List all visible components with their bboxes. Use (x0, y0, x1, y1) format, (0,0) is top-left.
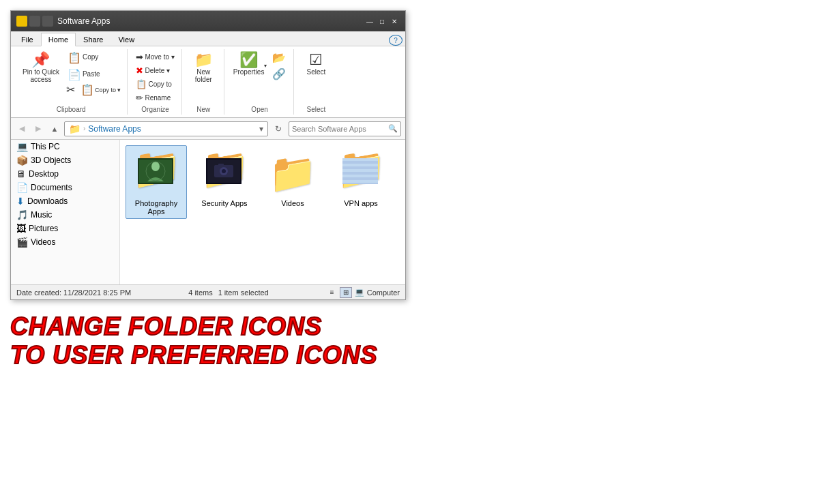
copy-to-label: Copy to (148, 80, 171, 88)
up-button[interactable]: ▲ (48, 122, 61, 136)
address-box[interactable]: 📁 › Software Apps ▾ (64, 121, 268, 136)
back-button[interactable]: ◀ (15, 122, 29, 136)
search-icon: 🔍 (388, 124, 398, 133)
music-icon: 🎵 (16, 209, 28, 220)
ribbon-tabs: File Home Share View ? (11, 31, 405, 46)
tab-share[interactable]: Share (76, 33, 111, 46)
pin-to-quick-access-button[interactable]: 📌 Pin to Quickaccess (19, 50, 63, 85)
new-label: New (196, 104, 210, 113)
view-large-icons-button[interactable]: ⊞ (340, 287, 352, 298)
videos-label: Videos (281, 199, 304, 207)
folder-videos[interactable]: 📁 Videos (262, 145, 323, 219)
status-left: Date created: 11/28/2021 8:25 PM (16, 288, 131, 297)
svg-rect-15 (342, 180, 378, 183)
status-bar: Date created: 11/28/2021 8:25 PM 4 items… (11, 284, 405, 299)
folder-security-apps[interactable]: 📁 Security Apps (194, 145, 255, 219)
sidebar-item-music[interactable]: 🎵 Music (11, 208, 119, 222)
sidebar-item-downloads[interactable]: ⬇ Downloads (11, 194, 119, 208)
bottom-line1: CHANGE FOLDER ICONS (10, 312, 377, 341)
sidebar-item-pictures[interactable]: 🖼 Pictures (11, 222, 119, 235)
window-title: Software Apps (57, 16, 110, 26)
view-icons: ≡ ⊞ (326, 287, 352, 298)
minimize-button[interactable]: — (364, 16, 375, 27)
status-center: 4 items 1 item selected (188, 288, 268, 297)
downloads-icon: ⬇ (16, 196, 25, 207)
title-bar: Software Apps — □ ✕ (11, 11, 405, 31)
sidebar-item-desktop[interactable]: 🖥 Desktop (11, 167, 119, 181)
title-icon-yellow (16, 16, 27, 27)
main-content: 💻 This PC 📦 3D Objects 🖥 Desktop 📄 Docum… (11, 140, 405, 284)
pictures-icon: 🖼 (16, 223, 26, 234)
rename-icon: ✏ (136, 93, 143, 103)
address-folder-icon: 📁 (69, 123, 80, 134)
open-label: Open (251, 104, 267, 113)
photo-overlay (138, 158, 173, 184)
link-button[interactable]: 🔗 (269, 67, 289, 82)
address-separator: › (83, 125, 85, 132)
copy-button[interactable]: 📋 Copy (64, 50, 123, 65)
forward-button[interactable]: ▶ (31, 122, 45, 136)
sidebar-label-3dobjects: 3D Objects (31, 155, 71, 165)
properties-icon: ✅ (239, 53, 258, 68)
delete-button[interactable]: ✖ Delete ▾ (133, 64, 177, 77)
file-area: 📁 PhotographyApps (120, 140, 405, 284)
new-folder-button[interactable]: 📁 Newfolder (191, 50, 216, 85)
ribbon-group-organize: ➡ Move to ▾ ✖ Delete ▾ 📋 Copy to ✏ Renam… (129, 49, 181, 115)
select-content: ☑ Select (303, 50, 329, 104)
open-content: ✅ Properties ▾ 📂 🔗 (230, 50, 290, 104)
address-bar: ◀ ▶ ▲ 📁 › Software Apps ▾ ↻ 🔍 (11, 118, 405, 140)
sidebar-item-thispc[interactable]: 💻 This PC (11, 140, 119, 153)
sidebar-item-3dobjects[interactable]: 📦 3D Objects (11, 153, 119, 167)
videos-icon: 🎬 (16, 237, 28, 248)
close-button[interactable]: ✕ (389, 16, 400, 27)
refresh-button[interactable]: ↻ (271, 121, 286, 136)
address-box-inner: 📁 › Software Apps ▾ (69, 123, 263, 134)
copy-to-button[interactable]: 📋 Copy to ▾ (78, 83, 123, 97)
title-bar-left: Software Apps (16, 16, 110, 27)
ribbon-group-clipboard-content: 📌 Pin to Quickaccess 📋 Copy 📄 Paste ✂ (19, 50, 123, 104)
ribbon-group-select: ☑ Select Select (295, 49, 336, 115)
ribbon: 📌 Pin to Quickaccess 📋 Copy 📄 Paste ✂ (11, 46, 405, 118)
open-button[interactable]: 📂 (269, 50, 289, 65)
sidebar: 💻 This PC 📦 3D Objects 🖥 Desktop 📄 Docum… (11, 140, 120, 284)
sidebar-label-documents: Documents (31, 183, 72, 192)
search-box[interactable]: 🔍 (289, 121, 401, 136)
copy-to-row-button[interactable]: 📋 Copy to (133, 78, 177, 91)
organize-label: Organize (141, 104, 169, 113)
address-dropdown-icon[interactable]: ▾ (259, 124, 263, 134)
search-input[interactable] (292, 125, 388, 133)
sidebar-label-thispc: This PC (31, 142, 60, 151)
tab-home[interactable]: Home (41, 33, 76, 46)
maximize-button[interactable]: □ (377, 16, 387, 27)
breadcrumb-software-apps[interactable]: Software Apps (88, 124, 141, 134)
computer-icon: 💻 (355, 288, 364, 297)
move-to-button[interactable]: ➡ Move to ▾ (133, 50, 177, 63)
select-button[interactable]: ☑ Select (303, 50, 329, 78)
svg-rect-11 (342, 158, 378, 161)
photography-folder-icon: 📁 (132, 149, 181, 198)
folder-photography-apps[interactable]: 📁 PhotographyApps (126, 145, 187, 219)
properties-button[interactable]: ✅ Properties ▾ (230, 50, 268, 78)
status-computer: 💻 Computer (355, 288, 400, 297)
organize-stack: ➡ Move to ▾ ✖ Delete ▾ 📋 Copy to ✏ Renam… (133, 50, 177, 104)
pin-icon: 📌 (31, 53, 50, 68)
title-icon-dark1 (29, 16, 40, 27)
security-apps-label: Security Apps (201, 199, 247, 207)
computer-label: Computer (367, 288, 400, 297)
link-icon: 🔗 (272, 69, 286, 80)
tab-file[interactable]: File (14, 33, 41, 46)
paste-button[interactable]: 📄 Paste (64, 68, 123, 83)
view-details-button[interactable]: ≡ (326, 287, 338, 298)
sidebar-item-documents[interactable]: 📄 Documents (11, 181, 119, 194)
tab-view[interactable]: View (111, 33, 142, 46)
cut-button[interactable]: ✂ (64, 83, 77, 97)
vpn-overlay (342, 158, 378, 184)
help-button[interactable]: ? (389, 35, 402, 46)
folder-vpn-apps[interactable]: 📁 VPN apps (330, 145, 392, 219)
select-icon: ☑ (309, 53, 323, 68)
rename-button[interactable]: ✏ Rename (133, 91, 177, 104)
ribbon-organize-content: ➡ Move to ▾ ✖ Delete ▾ 📋 Copy to ✏ Renam… (133, 50, 177, 104)
documents-icon: 📄 (16, 182, 28, 193)
date-created-value: 11/28/2021 8:25 PM (63, 288, 131, 297)
sidebar-item-videos[interactable]: 🎬 Videos (11, 235, 119, 249)
